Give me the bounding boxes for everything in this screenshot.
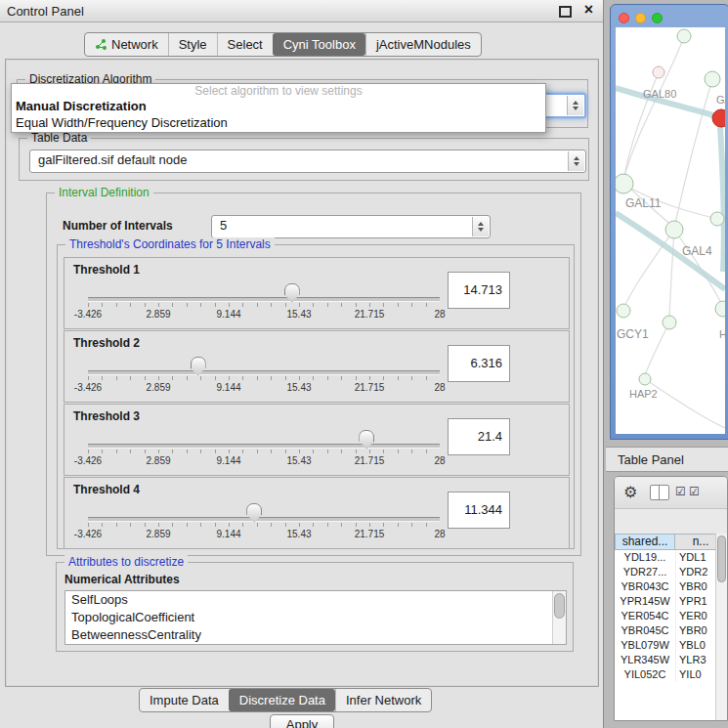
table-row[interactable]: YER054CYER0 bbox=[615, 609, 716, 623]
network-node-selected[interactable] bbox=[712, 109, 725, 127]
network-node[interactable] bbox=[653, 66, 664, 78]
list-item[interactable]: BetweennessCentrality bbox=[65, 626, 566, 644]
cell: YPR1 bbox=[676, 594, 716, 609]
numerical-attributes-label: Numerical Attributes bbox=[64, 573, 180, 586]
slider-ticks bbox=[88, 303, 440, 307]
list-item[interactable]: SelfLoops bbox=[65, 591, 566, 609]
cell: YBL0 bbox=[676, 638, 716, 653]
tab-jactivemnodules[interactable]: jActiveMNodules bbox=[365, 33, 481, 56]
threshold-slider[interactable]: -3.426 2.859 9.144 15.43 21.715 28 bbox=[88, 429, 440, 470]
tick-label: 15.43 bbox=[286, 529, 311, 539]
network-node[interactable] bbox=[677, 29, 691, 43]
threshold-slider[interactable]: -3.426 2.859 9.144 15.43 21.715 28 bbox=[88, 502, 440, 543]
network-node[interactable] bbox=[710, 212, 724, 226]
combo-arrows-icon[interactable] bbox=[568, 151, 584, 171]
apply-button[interactable]: Apply bbox=[270, 714, 334, 728]
tick-label: -3.426 bbox=[74, 529, 102, 539]
tab-style[interactable]: Style bbox=[168, 33, 217, 56]
slider-track[interactable] bbox=[88, 297, 440, 302]
tick-label: 2.859 bbox=[146, 529, 170, 539]
column-header-shared[interactable]: shared... bbox=[615, 534, 675, 550]
threshold-value-input[interactable]: 6.316 bbox=[448, 345, 510, 382]
network-node[interactable] bbox=[715, 301, 725, 317]
tick-label: 21.715 bbox=[355, 455, 385, 466]
control-panel-titlebar: Control Panel × bbox=[0, 0, 603, 22]
network-node[interactable] bbox=[617, 304, 630, 318]
spinner-arrows-icon[interactable] bbox=[472, 217, 489, 236]
popup-placeholder: Select algorithm to view settings bbox=[12, 84, 545, 98]
gear-icon[interactable]: ⚙ bbox=[623, 483, 637, 501]
close-traffic-light-icon[interactable] bbox=[619, 13, 629, 23]
network-canvas[interactable]: GAL80 GA GAL11 GAL4 GCY1 HAP2 H bbox=[616, 27, 725, 434]
tick-label: 2.859 bbox=[146, 309, 170, 320]
scrollbar-thumb[interactable] bbox=[717, 535, 726, 582]
table-row[interactable]: YDR27...YDR2 bbox=[615, 565, 716, 579]
table-row[interactable]: YBR045CYBR0 bbox=[615, 623, 716, 638]
list-item[interactable]: TopologicalCoefficient bbox=[65, 609, 566, 626]
columns-icon[interactable] bbox=[650, 485, 669, 500]
slider-track[interactable] bbox=[88, 517, 440, 522]
threshold-value-input[interactable]: 21.4 bbox=[448, 418, 510, 455]
window-title: Control Panel bbox=[7, 4, 84, 19]
table-row[interactable]: YLR345WYLR3 bbox=[615, 653, 716, 667]
table-data-group: Table Data galFiltered.sif default node bbox=[19, 138, 589, 181]
combo-arrows-icon[interactable] bbox=[567, 96, 583, 115]
network-node[interactable] bbox=[616, 174, 633, 193]
threshold-label: Threshold 4 bbox=[73, 483, 140, 496]
network-node[interactable] bbox=[639, 373, 651, 385]
table-scrollbar[interactable] bbox=[715, 534, 727, 720]
slider-track[interactable] bbox=[88, 444, 440, 449]
minimize-traffic-light-icon[interactable] bbox=[635, 13, 646, 23]
list-scrollbar[interactable] bbox=[552, 591, 566, 644]
tick-label: -3.426 bbox=[74, 382, 102, 393]
tick-label: 28 bbox=[434, 455, 445, 466]
popup-item-manual-discretization[interactable]: Manual Discretization bbox=[12, 98, 545, 114]
table-row[interactable]: YPR145WYPR1 bbox=[615, 594, 716, 609]
select-all-check-icon[interactable]: ☑ bbox=[675, 485, 686, 498]
node-label: GAL11 bbox=[625, 196, 662, 210]
table-row[interactable]: YBR043CYBR0 bbox=[615, 579, 716, 594]
network-node[interactable] bbox=[663, 316, 676, 329]
close-icon[interactable]: × bbox=[584, 1, 593, 19]
tick-label: -3.426 bbox=[74, 309, 102, 320]
cell: YDL1 bbox=[676, 550, 716, 565]
table-row[interactable]: YBL079WYBL0 bbox=[615, 638, 716, 653]
table-row[interactable]: YIL052CYIL0 bbox=[615, 667, 716, 682]
slider-ticks bbox=[88, 450, 440, 453]
network-edge bbox=[623, 37, 684, 180]
threshold-slider[interactable]: -3.426 2.859 9.144 15.43 21.715 28 bbox=[88, 282, 440, 323]
cell: YBR0 bbox=[676, 579, 716, 594]
cell: YLR3 bbox=[676, 653, 716, 667]
network-node[interactable] bbox=[665, 221, 683, 238]
threshold-label: Threshold 2 bbox=[73, 336, 140, 350]
table-row[interactable]: YDL19...YDL1 bbox=[615, 550, 716, 565]
cell: YER0 bbox=[676, 609, 716, 623]
tab-label: Impute Data bbox=[150, 690, 219, 711]
tab-discretize-data[interactable]: Discretize Data bbox=[229, 689, 335, 711]
threshold-value-input[interactable]: 11.344 bbox=[448, 492, 510, 529]
slider-tick-labels: -3.426 2.859 9.144 15.43 21.715 28 bbox=[88, 382, 440, 394]
number-of-intervals-spinner[interactable]: 5 bbox=[211, 215, 491, 238]
restore-icon[interactable] bbox=[559, 6, 572, 18]
tab-infer-network[interactable]: Infer Network bbox=[335, 689, 431, 711]
table-body: YDL19...YDL1 YDR27...YDR2 YBR043CYBR0 YP… bbox=[615, 550, 716, 720]
cell: YLR345W bbox=[615, 653, 676, 667]
slider-track[interactable] bbox=[88, 370, 440, 375]
threshold-slider[interactable]: -3.426 2.859 9.144 15.43 21.715 28 bbox=[88, 356, 440, 397]
table-data-combobox[interactable]: galFiltered.sif default node bbox=[29, 150, 586, 173]
tab-impute-data[interactable]: Impute Data bbox=[140, 689, 229, 711]
select-none-check-icon[interactable]: ☑ bbox=[689, 485, 700, 498]
tab-network[interactable]: Network bbox=[85, 33, 168, 56]
slider-tick-labels: -3.426 2.859 9.144 15.43 21.715 28 bbox=[88, 309, 440, 321]
control-panel-window: Control Panel × Network Style Select Cyn… bbox=[0, 0, 604, 728]
tab-label: Discretize Data bbox=[239, 690, 325, 711]
threshold-value-input[interactable]: 14.713 bbox=[448, 272, 510, 309]
zoom-traffic-light-icon[interactable] bbox=[652, 13, 663, 23]
group-title: Table Data bbox=[27, 131, 91, 145]
tab-cyni-toolbox[interactable]: Cyni Toolbox bbox=[273, 33, 365, 56]
scrollbar-thumb[interactable] bbox=[554, 593, 565, 619]
network-node[interactable] bbox=[705, 71, 720, 87]
tab-select[interactable]: Select bbox=[217, 33, 273, 56]
table-panel-title: Table Panel bbox=[618, 452, 684, 467]
popup-item-equal-width-frequency[interactable]: Equal Width/Frequency Discretization bbox=[12, 114, 545, 131]
